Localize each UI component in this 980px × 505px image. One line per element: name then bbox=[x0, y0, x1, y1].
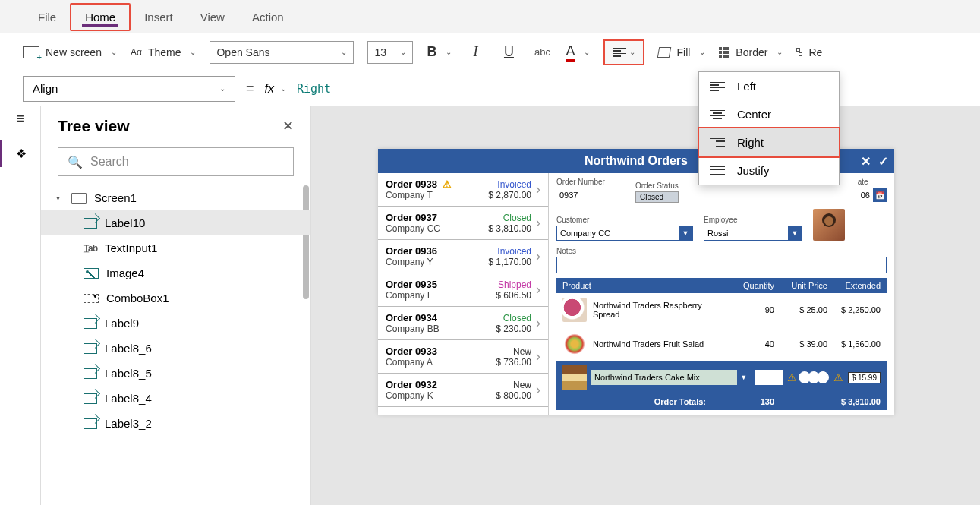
product-qty: 40 bbox=[729, 339, 774, 349]
hdr-quantity: Quantity bbox=[729, 281, 774, 290]
menu-bar: File Home Insert View Action bbox=[0, 0, 980, 33]
employee-select[interactable]: Rossi▼ bbox=[704, 226, 802, 241]
align-center-item[interactable]: Center bbox=[699, 100, 839, 128]
product-image bbox=[562, 332, 587, 356]
fill-icon bbox=[657, 47, 671, 58]
italic-button[interactable]: I bbox=[465, 43, 485, 62]
align-right-item[interactable]: Right bbox=[698, 127, 840, 158]
border-button[interactable]: Border ⌄ bbox=[719, 46, 783, 58]
search-placeholder: Search bbox=[90, 155, 129, 169]
underline-button[interactable]: U bbox=[499, 43, 518, 62]
tree-node-label8-5[interactable]: Label8_5 bbox=[41, 361, 310, 386]
tree-node-label10[interactable]: Label10 bbox=[41, 210, 310, 235]
product-row[interactable]: Northwind Traders Raspberry Spread90$ 25… bbox=[556, 293, 887, 327]
theme-group[interactable]: Aα Theme ⌄ bbox=[131, 46, 197, 58]
product-row[interactable]: Northwind Traders Fruit Salad40$ 39.00$ … bbox=[556, 327, 887, 361]
order-row[interactable]: Order 0936Company YInvoiced$ 1,170.00› bbox=[378, 240, 548, 273]
chevron-down-icon: ⌄ bbox=[629, 48, 635, 56]
order-row[interactable]: Order 0937Company CCClosed$ 3,810.00› bbox=[378, 207, 548, 240]
new-product-select[interactable]: Northwind Traders Cake Mix▼ bbox=[591, 370, 751, 385]
tree-node-label8-4[interactable]: Label8_4 bbox=[41, 386, 310, 411]
product-ext: $ 2,250.00 bbox=[827, 305, 881, 314]
text-align-button[interactable]: ⌄ bbox=[603, 39, 644, 65]
fill-button[interactable]: Fill ⌄ bbox=[658, 46, 705, 58]
product-ext: $ 1,560.00 bbox=[827, 339, 881, 349]
notes-label: Notes bbox=[556, 247, 887, 255]
tree-node-screen[interactable]: ▾ Screen1 bbox=[41, 185, 310, 210]
equals-label: = bbox=[246, 80, 254, 96]
chevron-down-icon: ⌄ bbox=[219, 84, 225, 93]
menu-file[interactable]: File bbox=[24, 5, 70, 30]
formula-input[interactable]: Right bbox=[297, 82, 331, 96]
calendar-icon[interactable]: 📅 bbox=[873, 188, 887, 202]
label-icon bbox=[84, 368, 97, 379]
order-row[interactable]: Order 0932Company KNew$ 800.00› bbox=[378, 374, 548, 407]
warning-icon: ⚠ bbox=[833, 371, 843, 383]
tree-node-label8-6[interactable]: Label8_6 bbox=[41, 336, 310, 361]
tree-node-textinput1[interactable]: ⌶abTextInput1 bbox=[41, 235, 310, 260]
order-row[interactable]: Order 0934Company BBClosed$ 230.00› bbox=[378, 307, 548, 340]
tree-node-label9[interactable]: Label9 bbox=[41, 311, 310, 336]
chevron-down-icon: ▼ bbox=[788, 226, 802, 240]
accept-icon[interactable]: ✓ bbox=[878, 154, 888, 169]
chevron-down-icon: ⌄ bbox=[280, 84, 286, 93]
collapse-icon[interactable]: ▾ bbox=[56, 194, 64, 202]
order-row[interactable]: Order 0935Company IShipped$ 606.50› bbox=[378, 273, 548, 307]
tree-node-label: Label8_5 bbox=[105, 367, 152, 380]
cancel-icon[interactable]: ✕ bbox=[861, 154, 871, 169]
theme-label: Theme bbox=[148, 46, 181, 58]
label-icon bbox=[84, 393, 97, 404]
tree-node-label: Label8_6 bbox=[105, 342, 152, 355]
tree-view-tab[interactable]: ❖ bbox=[0, 140, 40, 167]
warning-icon: ⚠ bbox=[443, 178, 452, 190]
fx-button[interactable]: fx⌄ bbox=[265, 82, 286, 96]
order-status-value: Closed bbox=[635, 191, 679, 203]
strikethrough-button[interactable]: abc bbox=[532, 43, 552, 62]
tree-node-image4[interactable]: Image4 bbox=[41, 260, 310, 286]
align-center-icon bbox=[710, 110, 725, 119]
property-select[interactable]: Align ⌄ bbox=[23, 76, 235, 102]
align-justify-item[interactable]: Justify bbox=[699, 156, 839, 185]
order-row[interactable]: Order 0933Company ANew$ 736.00› bbox=[378, 340, 548, 374]
tree-view-panel: Tree view ✕ 🔍 Search ▾ Screen1 Label10 ⌶… bbox=[41, 106, 311, 505]
product-image bbox=[562, 298, 587, 322]
align-icon bbox=[613, 48, 626, 57]
order-totals-row: Order Totals: 130 $ 3,810.00 bbox=[556, 393, 887, 410]
customer-select[interactable]: Company CC▼ bbox=[556, 226, 693, 241]
reorder-button[interactable]: Re bbox=[796, 46, 822, 58]
menu-view[interactable]: View bbox=[187, 5, 238, 30]
bold-button[interactable]: B⌄ bbox=[427, 44, 452, 60]
strikethrough-icon: abc bbox=[534, 46, 550, 58]
left-rail: ≡ ❖ bbox=[0, 106, 41, 505]
chevron-right-icon: › bbox=[536, 349, 540, 365]
image-icon bbox=[84, 268, 99, 279]
order-date-value: 06 bbox=[858, 188, 873, 203]
font-color-button[interactable]: A⌄ bbox=[566, 43, 590, 62]
layers-icon: ❖ bbox=[16, 147, 27, 161]
font-family-select[interactable]: Open Sans ⌄ bbox=[210, 41, 354, 64]
chevron-down-icon: ⌄ bbox=[446, 48, 452, 56]
menu-insert[interactable]: Insert bbox=[131, 5, 187, 30]
label-icon bbox=[84, 218, 97, 229]
tree-node-label3-2[interactable]: Label3_2 bbox=[41, 411, 310, 436]
order-row[interactable]: Order 0938 ⚠Company TInvoiced$ 2,870.00› bbox=[378, 173, 548, 207]
new-screen-group[interactable]: New screen ⌄ bbox=[23, 46, 117, 58]
product-image bbox=[562, 365, 587, 390]
search-icon: 🔍 bbox=[68, 155, 83, 169]
canvas[interactable]: Northwind Orders ✕ ✓ Order 0938 ⚠Company… bbox=[311, 106, 980, 505]
close-icon[interactable]: ✕ bbox=[282, 118, 294, 134]
new-qty-input[interactable] bbox=[755, 370, 783, 385]
tree-search-input[interactable]: 🔍 Search bbox=[58, 147, 294, 176]
hamburger-icon[interactable]: ≡ bbox=[16, 111, 24, 127]
notes-input[interactable] bbox=[556, 257, 887, 273]
selection-handles[interactable] bbox=[802, 371, 829, 383]
font-size-select[interactable]: 13 ⌄ bbox=[367, 41, 413, 64]
font-size-value: 13 bbox=[374, 46, 386, 58]
chevron-down-icon: ⌄ bbox=[699, 48, 705, 56]
menu-home[interactable]: Home bbox=[70, 3, 131, 31]
tree-node-combobox1[interactable]: ComboBox1 bbox=[41, 286, 310, 311]
chevron-down-icon: ⌄ bbox=[584, 48, 590, 56]
chevron-down-icon: ⌄ bbox=[400, 48, 406, 56]
menu-action[interactable]: Action bbox=[238, 5, 298, 30]
align-left-item[interactable]: Left bbox=[699, 72, 839, 100]
